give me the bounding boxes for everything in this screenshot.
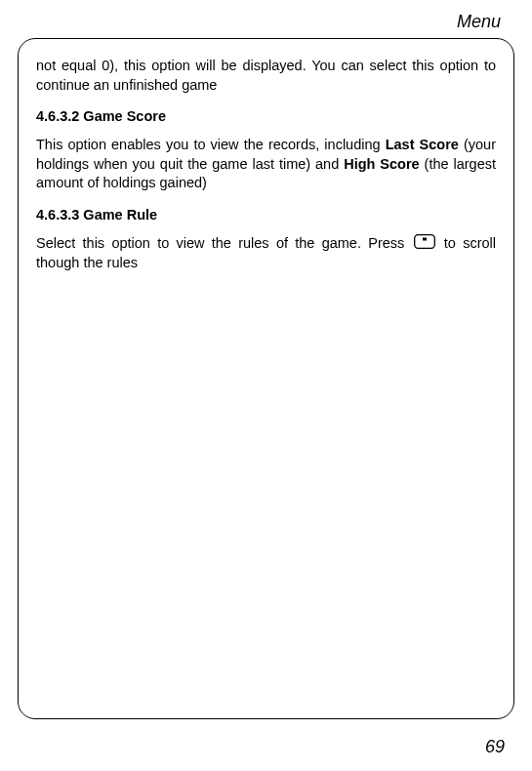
- paragraph-continue-game: not equal 0), this option will be displa…: [36, 57, 496, 95]
- heading-game-rule: 4.6.3.3 Game Rule: [36, 207, 496, 223]
- page-header: Menu: [18, 12, 514, 38]
- paragraph-game-score: This option enables you to view the reco…: [36, 136, 496, 193]
- scroll-button-icon: [414, 234, 435, 255]
- text-segment: Select this option to view the rules of …: [36, 235, 412, 251]
- text-high-score: High Score: [344, 156, 419, 172]
- heading-game-score: 4.6.3.2 Game Score: [36, 108, 496, 124]
- svg-rect-1: [423, 237, 427, 240]
- svg-rect-0: [414, 235, 434, 249]
- paragraph-game-rule: Select this option to view the rules of …: [36, 234, 496, 273]
- content-frame: not equal 0), this option will be displa…: [18, 38, 514, 719]
- text-last-score: Last Score: [386, 137, 459, 152]
- text-segment: This option enables you to view the reco…: [36, 137, 386, 152]
- header-title: Menu: [457, 12, 501, 31]
- page-number: 69: [485, 737, 505, 757]
